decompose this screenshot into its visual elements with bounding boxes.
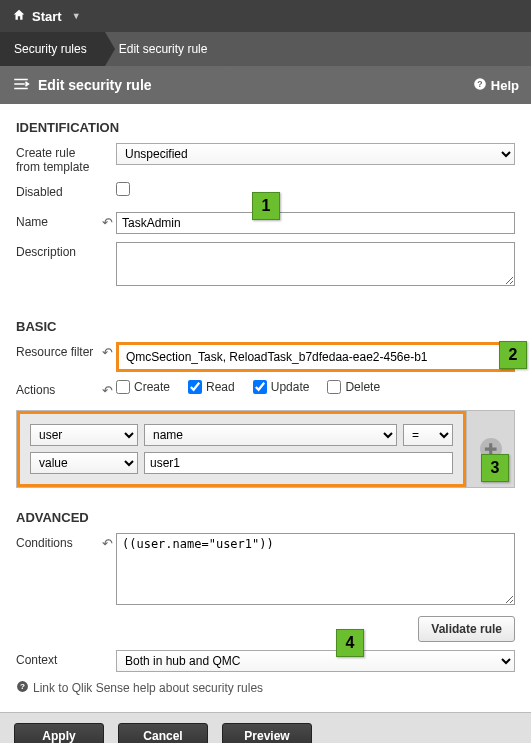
basic-heading: BASIC bbox=[16, 319, 515, 334]
help-link[interactable]: ? Help bbox=[473, 77, 519, 94]
revert-icon[interactable]: ↶ bbox=[98, 342, 116, 360]
description-textarea[interactable] bbox=[116, 242, 515, 286]
revert-icon[interactable]: ↶ bbox=[98, 533, 116, 551]
callout-4: 4 bbox=[336, 629, 364, 657]
help-hint[interactable]: ? Link to Qlik Sense help about security… bbox=[16, 680, 515, 696]
name-label: Name bbox=[16, 212, 98, 229]
action-delete[interactable]: Delete bbox=[327, 380, 380, 394]
condition-operator-select[interactable]: = bbox=[403, 424, 453, 446]
name-input[interactable] bbox=[116, 212, 515, 234]
svg-text:?: ? bbox=[477, 78, 482, 88]
callout-2: 2 bbox=[499, 341, 527, 369]
condition-value-input[interactable] bbox=[144, 452, 453, 474]
preview-button[interactable]: Preview bbox=[222, 723, 312, 744]
advanced-heading: ADVANCED bbox=[16, 510, 515, 525]
actions-label: Actions bbox=[16, 380, 98, 397]
breadcrumb-edit-rule[interactable]: Edit security rule bbox=[105, 32, 226, 66]
help-icon: ? bbox=[473, 77, 487, 94]
subheader: Edit security rule ? Help bbox=[0, 66, 531, 104]
top-bar: Start ▼ bbox=[0, 0, 531, 32]
page-title: Edit security rule bbox=[38, 77, 152, 93]
template-select[interactable]: Unspecified bbox=[116, 143, 515, 165]
disabled-label: Disabled bbox=[16, 182, 98, 199]
start-dropdown-icon[interactable]: ▼ bbox=[72, 11, 81, 21]
help-icon: ? bbox=[16, 680, 29, 696]
conditions-textarea[interactable]: ((user.name="user1")) bbox=[116, 533, 515, 605]
conditions-label: Conditions bbox=[16, 533, 98, 550]
action-update[interactable]: Update bbox=[253, 380, 310, 394]
condition-attribute-select[interactable]: name bbox=[144, 424, 397, 446]
context-select[interactable]: Both in hub and QMC bbox=[116, 650, 515, 672]
identification-heading: IDENTIFICATION bbox=[16, 120, 515, 135]
apply-button[interactable]: Apply bbox=[14, 723, 104, 744]
home-icon[interactable] bbox=[12, 8, 26, 25]
callout-3: 3 bbox=[481, 454, 509, 482]
content-panel: IDENTIFICATION Create rule from template… bbox=[0, 104, 531, 712]
disabled-checkbox[interactable] bbox=[116, 182, 130, 196]
footer: Apply Cancel Preview bbox=[0, 712, 531, 743]
edit-icon bbox=[12, 78, 30, 93]
action-read[interactable]: Read bbox=[188, 380, 235, 394]
cancel-button[interactable]: Cancel bbox=[118, 723, 208, 744]
condition-value-kind-select[interactable]: value bbox=[30, 452, 138, 474]
svg-text:?: ? bbox=[20, 682, 25, 691]
context-label: Context bbox=[16, 650, 98, 667]
start-link[interactable]: Start bbox=[32, 9, 62, 24]
breadcrumb: Security rules Edit security rule bbox=[0, 32, 531, 66]
condition-builder: user name = value ✚ bbox=[16, 410, 515, 488]
resource-filter-label: Resource filter bbox=[16, 342, 98, 359]
action-create[interactable]: Create bbox=[116, 380, 170, 394]
validate-rule-button[interactable]: Validate rule bbox=[418, 616, 515, 642]
condition-subject-select[interactable]: user bbox=[30, 424, 138, 446]
description-label: Description bbox=[16, 242, 98, 259]
breadcrumb-security-rules[interactable]: Security rules bbox=[0, 32, 105, 66]
callout-1: 1 bbox=[252, 192, 280, 220]
revert-icon[interactable]: ↶ bbox=[98, 380, 116, 398]
resource-filter-input[interactable] bbox=[121, 347, 510, 367]
template-label: Create rule from template bbox=[16, 143, 98, 174]
revert-icon[interactable]: ↶ bbox=[98, 212, 116, 230]
